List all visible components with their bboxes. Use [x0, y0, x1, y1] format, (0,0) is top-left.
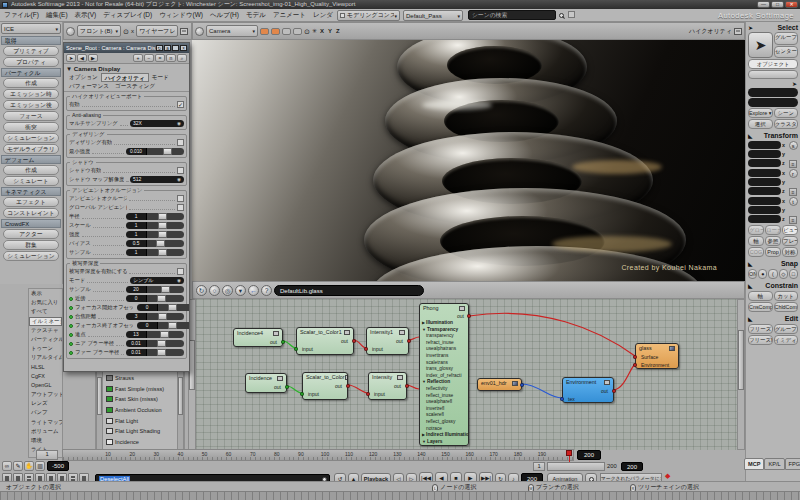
filter-combo[interactable]: [748, 70, 798, 79]
slider-track[interactable]: [146, 286, 184, 293]
node-incidence4[interactable]: Incidence4out: [233, 328, 283, 347]
toolbar-button-アクター[interactable]: アクター: [3, 229, 59, 239]
range-slider[interactable]: [547, 462, 605, 471]
range-current-field[interactable]: 200: [621, 462, 643, 471]
phong-row-Reflection[interactable]: ▼Reflection: [420, 379, 468, 386]
eye-icon[interactable]: ⊙: [304, 28, 310, 35]
preset-Incidence[interactable]: Incidence: [104, 437, 176, 448]
phong-row-Illumination[interactable]: ▶Illumination: [420, 320, 468, 327]
construction-mode-combo[interactable]: モデリングコンストラクションモード ▾: [337, 10, 400, 21]
selection-button[interactable]: 選択: [748, 119, 773, 129]
phong-row-transparency[interactable]: transparency: [420, 333, 468, 340]
checkbox[interactable]: [177, 195, 184, 202]
slider[interactable]: 3: [126, 313, 184, 320]
memo-cam-d-button[interactable]: [293, 28, 302, 35]
phong-row-scaletrans[interactable]: scaletrans: [420, 360, 468, 367]
node-phong[interactable]: Phongout▶Illumination▼Transparencytransp…: [419, 303, 469, 446]
back-arrow-icon[interactable]: ←: [248, 285, 259, 296]
phong-row-usealphatrans[interactable]: usealphatrans: [420, 346, 468, 353]
menu-item-アニメート[interactable]: アニメート: [272, 11, 307, 20]
slider[interactable]: 0.010: [126, 148, 184, 155]
pick-arrow-icon[interactable]: ➤: [66, 54, 76, 62]
phong-row-usealpharefl[interactable]: usealpharefl: [420, 399, 468, 406]
port-dot[interactable]: [633, 363, 637, 367]
scene-button[interactable]: シーン: [774, 108, 799, 118]
transform-value-ry[interactable]: [748, 178, 781, 186]
anim-led-icon[interactable]: [69, 351, 73, 355]
snap-point-icon[interactable]: ●: [758, 269, 767, 279]
lock-icon[interactable]: a: [164, 45, 171, 51]
chldcomp-button[interactable]: ChldComp: [774, 302, 799, 312]
slider[interactable]: 1: [126, 231, 184, 238]
port-dot[interactable]: [285, 385, 289, 389]
transform-value-sy[interactable]: [748, 150, 781, 158]
snap-on-button[interactable]: ON: [748, 269, 757, 279]
viewport-b-resize-icon[interactable]: [734, 28, 742, 35]
snap-facet-icon[interactable]: ◇: [779, 269, 788, 279]
node-intensity[interactable]: Intensityoutinput: [368, 372, 407, 400]
viewport-b-camera-combo[interactable]: Camera ▾: [206, 25, 258, 37]
slider-handle[interactable]: [158, 213, 167, 220]
port-dot[interactable]: [612, 389, 616, 393]
transform-value-sx[interactable]: [748, 141, 781, 149]
category-トゥーン[interactable]: トゥーン: [29, 344, 62, 353]
node-intensity1[interactable]: Intensity1outinput: [366, 327, 409, 355]
slider-handle[interactable]: [168, 304, 177, 311]
viewport-b-menu-icon[interactable]: [195, 27, 204, 36]
symmetry-button[interactable]: 対称: [782, 247, 798, 257]
cut-button[interactable]: カット: [774, 291, 799, 301]
phong-row-reflect_inuse[interactable]: reflect_inuse: [420, 393, 468, 400]
port-dot[interactable]: [364, 347, 368, 351]
triangle-closed-icon[interactable]: ▶: [422, 432, 425, 437]
key-icon[interactable]: ◆: [665, 472, 670, 480]
viewport-a-resize-icon[interactable]: [180, 28, 188, 35]
transform-value-rx[interactable]: [748, 169, 781, 177]
category-アウトプット[interactable]: アウトプット: [29, 390, 62, 399]
close-x-icon[interactable]: x: [131, 28, 134, 34]
anim-led-icon[interactable]: [69, 333, 73, 337]
slider-handle[interactable]: [157, 295, 166, 302]
select-tool-button[interactable]: ➤: [748, 32, 773, 58]
wire[interactable]: [522, 384, 562, 398]
slider[interactable]: 1: [126, 249, 184, 256]
anim-led-icon[interactable]: [69, 342, 73, 346]
wire[interactable]: [614, 364, 635, 390]
slider[interactable]: 1: [126, 213, 184, 220]
category-表示[interactable]: 表示: [29, 289, 62, 298]
menu-item-ファイル(F)[interactable]: ファイル(F): [3, 11, 40, 20]
port-tex[interactable]: tex: [563, 395, 613, 403]
close-icon[interactable]: ×: [180, 45, 187, 51]
port-dot[interactable]: [405, 384, 409, 388]
port-dot[interactable]: [520, 383, 524, 387]
slider[interactable]: 0: [126, 295, 184, 302]
axis-y-button[interactable]: Y: [327, 28, 333, 34]
immediate-button[interactable]: イミディエイト: [774, 335, 799, 345]
viewport-a-menu-icon[interactable]: [66, 27, 75, 36]
anim-led-icon[interactable]: [69, 306, 73, 310]
slider-track[interactable]: [146, 213, 184, 220]
category-CgFX[interactable]: CgFX: [29, 372, 62, 381]
phong-row-reflect_glossy[interactable]: reflect_glossy: [420, 419, 468, 426]
port-input[interactable]: input: [367, 345, 408, 353]
slider-handle[interactable]: [157, 340, 166, 347]
freeze-m-button[interactable]: フリーズM: [748, 335, 773, 345]
node-canvas-right-scrollbar[interactable]: [737, 299, 745, 450]
node-glass[interactable]: glassSurfaceEnvironment: [635, 343, 679, 369]
slider-track[interactable]: [146, 222, 184, 229]
axis-x-button[interactable]: X: [319, 28, 325, 34]
toolbar-button-シミュレーション[interactable]: シミュレーション: [3, 251, 59, 261]
snap-curve-icon[interactable]: (: [768, 269, 777, 279]
local-button[interactable]: ローカル: [765, 225, 781, 235]
slider[interactable]: 0: [137, 322, 190, 329]
search-options-button[interactable]: [568, 11, 575, 18]
global-button[interactable]: グローバル: [748, 225, 764, 235]
help-icon[interactable]: ?: [261, 285, 272, 296]
menu-item-ウィンドウ(W)[interactable]: ウィンドウ(W): [158, 11, 204, 20]
slider-handle[interactable]: [158, 249, 167, 256]
transform-mode-t-button[interactable]: t: [789, 197, 798, 206]
slider-handle[interactable]: [168, 322, 177, 329]
find-icon[interactable]: ⌕: [177, 54, 187, 62]
maximize-button[interactable]: □: [771, 1, 784, 8]
toolbar-button-プロパティ[interactable]: プロパティ: [3, 57, 59, 67]
port-dot[interactable]: [633, 355, 637, 359]
